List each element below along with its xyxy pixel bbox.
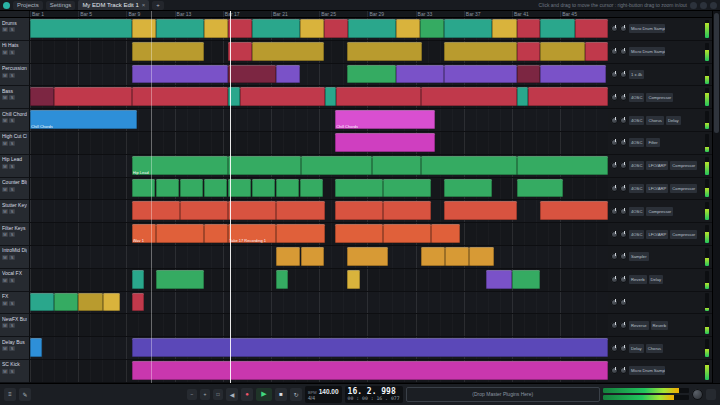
- solo-button[interactable]: S: [9, 278, 15, 283]
- clip[interactable]: [276, 270, 288, 289]
- solo-button[interactable]: S: [9, 95, 15, 100]
- track-lane[interactable]: [30, 314, 608, 337]
- clip[interactable]: [396, 65, 444, 84]
- plugin-chip[interactable]: Micro Drum Sampler: [629, 24, 665, 33]
- clip[interactable]: [132, 338, 608, 357]
- clip[interactable]: Take 17 Recording 1: [228, 224, 276, 243]
- pan-knob[interactable]: [620, 162, 627, 169]
- clip[interactable]: [444, 65, 516, 84]
- plugin-chip[interactable]: Delay: [666, 116, 681, 125]
- track-lane[interactable]: [30, 18, 608, 41]
- solo-button[interactable]: S: [9, 118, 15, 123]
- clip[interactable]: [347, 65, 396, 84]
- solo-button[interactable]: S: [9, 141, 15, 146]
- track-lane[interactable]: [30, 64, 608, 87]
- clip[interactable]: [30, 19, 132, 38]
- solo-button[interactable]: S: [9, 27, 15, 32]
- track-lane[interactable]: [30, 292, 608, 315]
- clip[interactable]: Hip Lead: [132, 156, 229, 175]
- clip[interactable]: [30, 338, 42, 357]
- track-lane[interactable]: [30, 360, 608, 383]
- pan-knob[interactable]: [620, 276, 627, 283]
- mute-button[interactable]: M: [2, 27, 8, 32]
- track-header-stutter-keys[interactable]: Stutter KeysMS: [0, 200, 30, 223]
- clip[interactable]: [132, 65, 229, 84]
- pan-knob[interactable]: [620, 185, 627, 192]
- zoom-out-button[interactable]: −: [187, 389, 197, 400]
- edit-tools-button[interactable]: ✎: [19, 388, 31, 401]
- clip[interactable]: [517, 156, 608, 175]
- clip[interactable]: [335, 179, 383, 198]
- track-lane[interactable]: Chill ChordsChill Chords: [30, 109, 608, 132]
- clip[interactable]: [347, 247, 387, 266]
- plugin-chip[interactable]: Delay: [629, 344, 644, 353]
- clip[interactable]: [383, 201, 431, 220]
- mute-button[interactable]: M: [2, 301, 8, 306]
- track-lane[interactable]: [30, 269, 608, 292]
- track-header-high-cut-chords[interactable]: High Cut ChordsMS: [0, 132, 30, 155]
- clip[interactable]: [132, 201, 180, 220]
- clip[interactable]: [325, 87, 337, 106]
- clip[interactable]: [421, 87, 517, 106]
- mute-button[interactable]: M: [2, 95, 8, 100]
- tempo-display[interactable]: BPM 140.00 4/4: [305, 386, 342, 403]
- volume-knob[interactable]: [611, 94, 618, 101]
- position-display[interactable]: 16. 2. 998 00 : 00 : 16 . 077: [345, 386, 403, 403]
- clip[interactable]: [540, 19, 575, 38]
- track-header-hip-lead[interactable]: Hip LeadMS: [0, 155, 30, 178]
- track-lane[interactable]: [30, 246, 608, 269]
- track-lane[interactable]: [30, 86, 608, 109]
- clip[interactable]: [517, 42, 541, 61]
- clip[interactable]: [512, 270, 540, 289]
- clip[interactable]: Chill Chords: [30, 110, 137, 129]
- track-header-sc-kick[interactable]: SC KickMS: [0, 360, 30, 383]
- solo-button[interactable]: S: [9, 50, 15, 55]
- volume-knob[interactable]: [611, 117, 618, 124]
- clip[interactable]: [383, 179, 431, 198]
- mute-button[interactable]: M: [2, 73, 8, 78]
- track-lane[interactable]: Hip Lead: [30, 155, 608, 178]
- pan-knob[interactable]: [620, 94, 627, 101]
- clip[interactable]: [517, 19, 541, 38]
- clip[interactable]: [228, 65, 276, 84]
- plugin-chip[interactable]: Compressor: [670, 184, 697, 193]
- clip[interactable]: [347, 270, 360, 289]
- track-lane[interactable]: [30, 337, 608, 360]
- plugin-chip[interactable]: Reverse: [629, 321, 649, 330]
- clip[interactable]: [156, 19, 204, 38]
- mute-button[interactable]: M: [2, 278, 8, 283]
- clip[interactable]: [228, 19, 252, 38]
- add-tab-button[interactable]: +: [152, 1, 164, 10]
- mute-button[interactable]: M: [2, 141, 8, 146]
- track-header-percussion[interactable]: PercussionMS: [0, 64, 30, 87]
- clip[interactable]: [252, 19, 300, 38]
- clip[interactable]: [528, 87, 608, 106]
- zoom-in-button[interactable]: +: [200, 389, 210, 400]
- plugin-chip[interactable]: 1 x 4k: [629, 70, 644, 79]
- clip[interactable]: [252, 179, 275, 198]
- clip[interactable]: [396, 19, 420, 38]
- plugin-chip[interactable]: 4OSC: [629, 230, 644, 239]
- loop-button[interactable]: ↻: [290, 388, 302, 401]
- clip[interactable]: [486, 270, 512, 289]
- track-header-bass[interactable]: BassMS: [0, 86, 30, 109]
- clip[interactable]: [421, 156, 517, 175]
- mute-button[interactable]: M: [2, 369, 8, 374]
- clip[interactable]: [372, 156, 421, 175]
- mute-button[interactable]: M: [2, 209, 8, 214]
- menu-settings[interactable]: Settings: [46, 1, 76, 10]
- clip[interactable]: [517, 65, 541, 84]
- volume-knob[interactable]: [611, 185, 618, 192]
- volume-knob[interactable]: [611, 208, 618, 215]
- clip[interactable]: [421, 247, 445, 266]
- pan-knob[interactable]: [620, 299, 627, 306]
- mute-button[interactable]: M: [2, 50, 8, 55]
- clip[interactable]: [228, 156, 300, 175]
- plugin-chip[interactable]: 4OSC: [629, 161, 644, 170]
- clip[interactable]: [132, 42, 204, 61]
- track-header-counter-blips[interactable]: Counter BlipsMS: [0, 178, 30, 201]
- clip[interactable]: [444, 19, 492, 38]
- plugin-chip[interactable]: Chorus: [646, 344, 664, 353]
- mute-button[interactable]: M: [2, 323, 8, 328]
- clip[interactable]: [228, 201, 276, 220]
